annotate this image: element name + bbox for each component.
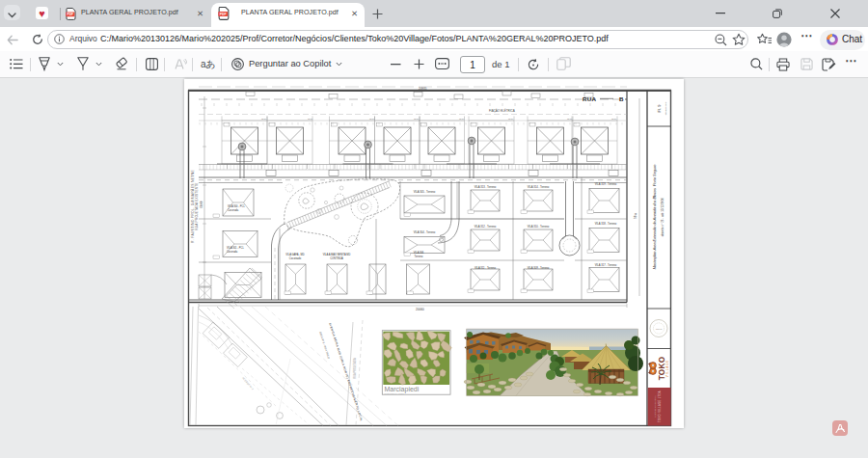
svg-text:TOKO VILLAGE LTDA: TOKO VILLAGE LTDA (658, 391, 662, 422)
svg-text:TOKO: TOKO (656, 328, 663, 331)
svg-text:EMPREENDIMENTOS: EMPREENDIMENTOS (654, 395, 656, 418)
svg-text:VILA 310 - Terreno: VILA 310 - Terreno (528, 225, 550, 229)
svg-text:VILA A MAX NENITA MD: VILA A MAX NENITA MD (323, 253, 351, 256)
svg-text:Terreno: Terreno (415, 255, 423, 258)
svg-text:12.50: 12.50 (508, 118, 514, 120)
svg-text:decreto nº 26 - até 15/12/2010: decreto nº 26 - até 15/12/2010 (661, 197, 665, 236)
svg-text:Cocorada: Cocorada (227, 250, 238, 254)
svg-text:12.50: 12.50 (414, 118, 420, 120)
svg-text:VILA 318 - Terreno: VILA 318 - Terreno (595, 222, 617, 226)
svg-text:escala 1:500: escala 1:500 (665, 101, 667, 115)
svg-text:Cocorada: Cocorada (228, 208, 239, 212)
svg-text:PDF: PDF (68, 13, 73, 16)
svg-text:ÁREA Nº 8 - RUA TRÁ.D: ÁREA Nº 8 - RUA TRÁ.D (318, 331, 331, 360)
svg-text:VILA 306: VILA 306 (414, 251, 424, 255)
svg-text:VILA GAFA - MD: VILA GAFA - MD (285, 253, 304, 256)
svg-text:Fl. 9: Fl. 9 (657, 104, 662, 113)
svg-text:RUA PROJETADA EXISTENTE: RUA PROJETADA EXISTENTE (195, 182, 199, 229)
svg-text:VILA 313 - Terreno: VILA 313 - Terreno (475, 185, 497, 189)
svg-text:12.50: 12.50 (567, 118, 573, 120)
svg-text:VILA 300 - PCL: VILA 300 - PCL (228, 204, 245, 208)
svg-text:12.50: 12.50 (459, 118, 465, 120)
svg-text:Masterplan Área Extensão da Av: Masterplan Área Extensão da Avenida dos … (653, 165, 657, 270)
svg-text:VILA 314 - Terreno: VILA 314 - Terreno (528, 185, 550, 189)
svg-text:Cocoinado: Cocoinado (289, 256, 302, 260)
svg-text:VILA 309 - Terreno: VILA 309 - Terreno (528, 266, 550, 270)
svg-text:VILA 311 - Terreno: VILA 311 - Terreno (475, 266, 497, 270)
svg-text:Pietra tipo 1 - Trani: Pietra tipo 1 - Trani (385, 392, 405, 395)
svg-text:VILA 301 - PCL: VILA 301 - PCL (227, 246, 244, 250)
svg-text:B: B (619, 95, 624, 102)
svg-text:VILA 305 - Terreno: VILA 305 - Terreno (414, 190, 436, 194)
svg-text:VILA 312 - Terreno: VILA 312 - Terreno (475, 225, 497, 229)
svg-text:ACESSO Nº 2: ACESSO Nº 2 (241, 376, 255, 391)
svg-text:AVENIDA BEIRA MAR (ORLA NORTE): AVENIDA BEIRA MAR (ORLA NORTE) EMPREENDI… (328, 322, 364, 421)
svg-text:12.50: 12.50 (369, 118, 375, 120)
svg-text:60,00: 60,00 (200, 201, 203, 208)
svg-text:VILLAGE: VILLAGE (665, 360, 669, 377)
svg-text:CONTINUA: CONTINUA (330, 256, 343, 260)
svg-text:12.50: 12.50 (308, 118, 313, 120)
svg-text:VILA 319 - Terreno: VILA 319 - Terreno (595, 182, 617, 186)
svg-text:12.50: 12.50 (611, 118, 617, 120)
svg-text:12.50: 12.50 (261, 118, 267, 120)
svg-text:VILA 304 - Terreno: VILA 304 - Terreno (414, 230, 436, 234)
svg-text:98 a: 98 a (634, 213, 637, 219)
svg-text:FIAÇÃO ELÉTRICA: FIAÇÃO ELÉTRICA (489, 108, 515, 113)
svg-text:VILA 317 - Terreno: VILA 317 - Terreno (595, 263, 617, 267)
svg-text:RUA PROJETADA: RUA PROJETADA (353, 358, 357, 379)
svg-text:20060: 20060 (416, 308, 424, 311)
svg-text:PDF: PDF (220, 13, 227, 16)
